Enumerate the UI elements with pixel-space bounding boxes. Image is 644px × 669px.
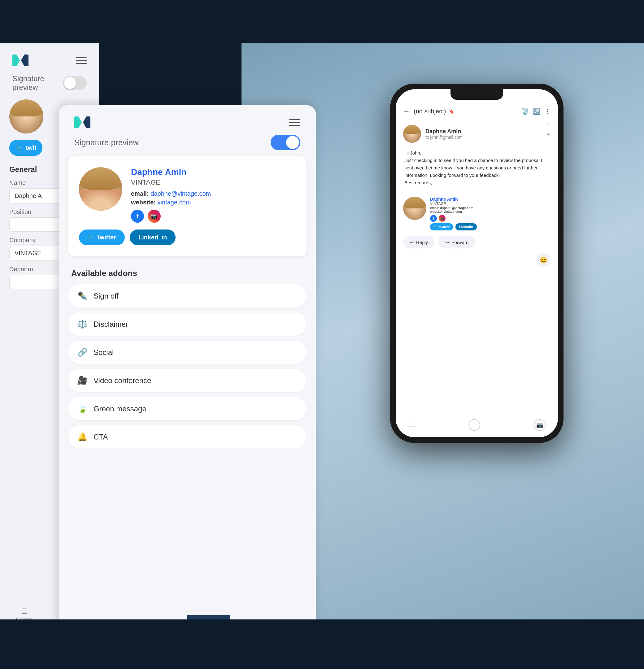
- social-addon-label: Social: [94, 348, 114, 357]
- back-twitter-button[interactable]: 🐦 twit: [9, 140, 42, 156]
- disclaimer-icon: ⚖️: [77, 319, 88, 329]
- linkedin-btn-label: Linked: [139, 234, 158, 241]
- video-conference-label: Video conference: [94, 376, 151, 385]
- sig-avatar: [79, 167, 122, 211]
- email-sig-name: Daphne Amin: [430, 197, 550, 202]
- addons-title: Available addons: [68, 269, 306, 278]
- email-subject-area: (no subject) 🔖: [414, 108, 518, 115]
- reply-icon: ↩: [410, 239, 414, 245]
- addon-video-conference[interactable]: 🎥 Video conference: [68, 369, 306, 392]
- top-bar: [0, 0, 644, 43]
- sender-info: Daphne Amin to john@gmail.com: [426, 128, 541, 140]
- sign-off-icon: ✒️: [77, 291, 88, 301]
- back-arrow-icon[interactable]: ←: [403, 107, 410, 115]
- email-side-actions: ☆ ↩ ⋮: [546, 121, 550, 147]
- email-sig-social: f 📷: [430, 215, 550, 222]
- back-toggle[interactable]: [63, 76, 87, 90]
- signature-card: Daphne Amin VINTAGE email: daphne@vintag…: [68, 156, 306, 256]
- instagram-icon[interactable]: 📷: [148, 210, 161, 223]
- phone-nav-lines: [408, 423, 415, 427]
- linkedin-button[interactable]: Linked in: [130, 229, 175, 245]
- email-linkedin-btn: LinkedIn: [456, 223, 477, 230]
- sig-email: email: daphne@vintage.com: [131, 190, 296, 197]
- facebook-icon[interactable]: f: [131, 210, 144, 223]
- twitter-btn-label: twitter: [98, 234, 116, 241]
- more-icon-sm[interactable]: ⋮: [546, 141, 550, 147]
- email-signature: Daphne Amin VINTAGE email: daphne@vintag…: [403, 192, 550, 230]
- sig-info: Daphne Amin VINTAGE email: daphne@vintag…: [131, 167, 296, 223]
- reply-forward-row: ↩ Reply ↪ Forward: [403, 236, 550, 248]
- email-sig-details: Daphne Amin VINTAGE email: daphne@vintag…: [430, 197, 550, 230]
- front-panel-header: [59, 105, 316, 135]
- cta-icon: 🔔: [77, 432, 88, 442]
- twitter-button[interactable]: 🐦 twitter: [79, 229, 125, 245]
- back-panel-header: [0, 43, 99, 74]
- cta-label: CTA: [94, 433, 108, 441]
- phone-mockup: ← (no subject) 🔖 🗑️ ↗️ ⋮ Daphne Amin: [390, 84, 563, 443]
- sig-social-icons: f 📷: [131, 210, 296, 223]
- sig-buttons: 🐦 twitter Linked in: [79, 229, 296, 245]
- sig-company: VINTAGE: [131, 179, 296, 186]
- star-icon[interactable]: ☆: [546, 121, 550, 128]
- reply-button[interactable]: ↩ Reply: [403, 236, 435, 248]
- phone-screen: ← (no subject) 🔖 🗑️ ↗️ ⋮ Daphne Amin: [396, 89, 558, 437]
- email-twitter-btn: 🐦twitter: [430, 223, 453, 230]
- email-sig-company: VINTAGE: [430, 202, 550, 206]
- back-logo: [12, 54, 28, 67]
- green-message-label: Green message: [94, 404, 146, 413]
- disclaimer-label: Disclaimer: [94, 320, 128, 329]
- front-sig-preview-label: Signature preview: [74, 138, 139, 147]
- sender-avatar: [403, 125, 421, 143]
- email-fb-icon: f: [430, 215, 437, 222]
- email-subject-text: (no subject): [414, 108, 446, 115]
- forward-icon: ↪: [445, 239, 449, 245]
- social-addon-icon: 🔗: [77, 347, 88, 357]
- back-sig-preview-label: Signature preview: [12, 74, 63, 92]
- email-sig-website: website: vintage.com: [430, 210, 550, 213]
- green-message-icon: 🍃: [77, 404, 88, 413]
- sig-website: website: vintage.com: [131, 199, 296, 206]
- reply-label: Reply: [416, 240, 428, 245]
- email-sig-avatar: [403, 197, 426, 220]
- front-logo: [74, 116, 90, 129]
- sender-row: Daphne Amin to john@gmail.com ☆ ↩ ⋮: [403, 121, 550, 147]
- bottom-bar: [0, 620, 644, 669]
- twitter-btn-icon: 🐦: [88, 234, 95, 241]
- emoji-button[interactable]: 😊: [536, 253, 550, 267]
- front-sig-preview-bar: Signature preview: [59, 135, 316, 156]
- email-action-icons: 🗑️ ↗️ ⋮: [521, 108, 550, 115]
- addon-sign-off[interactable]: ✒️ Sign off: [68, 284, 306, 308]
- phone-home-btn[interactable]: [469, 419, 480, 431]
- email-content: ← (no subject) 🔖 🗑️ ↗️ ⋮ Daphne Amin: [396, 89, 558, 437]
- addon-cta[interactable]: 🔔 CTA: [68, 425, 306, 449]
- addons-section: Available addons ✒️ Sign off ⚖️ Disclaim…: [59, 262, 316, 460]
- forward-label: Forward: [452, 240, 469, 245]
- phone-bottom-bar: 📷: [396, 416, 558, 437]
- addon-social[interactable]: 🔗 Social: [68, 341, 306, 364]
- sender-name-text: Daphne Amin: [426, 128, 541, 135]
- email-sig-email: email: daphne@vintage.com: [430, 206, 550, 210]
- general-tab-icon: ☰: [22, 607, 28, 615]
- sender-to-text: to john@gmail.com: [426, 135, 541, 140]
- reply-icon-sm[interactable]: ↩: [546, 131, 550, 137]
- emoji-row: 😊: [403, 253, 550, 267]
- video-conference-icon: 🎥: [77, 376, 88, 385]
- email-sig-buttons: 🐦twitter LinkedIn: [430, 223, 550, 230]
- front-toggle[interactable]: [271, 135, 300, 150]
- share-icon[interactable]: ↗️: [533, 108, 541, 115]
- phone-camera-btn[interactable]: 📷: [534, 419, 546, 431]
- email-ig-icon: 📷: [439, 215, 445, 222]
- email-flag-icon: 🔖: [449, 109, 454, 114]
- delete-icon[interactable]: 🗑️: [521, 108, 529, 115]
- addon-disclaimer[interactable]: ⚖️ Disclaimer: [68, 313, 306, 336]
- sig-name: Daphne Amin: [131, 167, 296, 177]
- email-header-bar: ← (no subject) 🔖 🗑️ ↗️ ⋮: [403, 105, 550, 115]
- forward-button[interactable]: ↪ Forward: [439, 236, 475, 248]
- back-hamburger-icon[interactable]: [76, 57, 87, 64]
- phone-notch: [450, 89, 503, 100]
- more-icon[interactable]: ⋮: [544, 108, 550, 115]
- front-hamburger-icon[interactable]: [289, 119, 300, 126]
- addon-green-message[interactable]: 🍃 Green message: [68, 397, 306, 420]
- back-sig-preview-bar: Signature preview: [0, 74, 99, 99]
- email-body: Hi John, Just checking in to see if you …: [403, 149, 550, 186]
